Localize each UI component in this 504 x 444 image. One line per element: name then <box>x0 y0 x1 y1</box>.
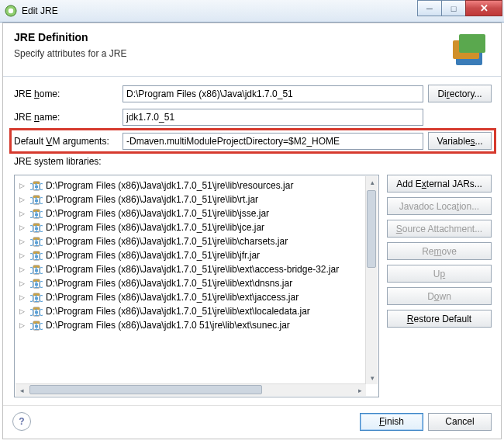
help-icon[interactable]: ? <box>12 412 31 431</box>
jar-icon: 010 <box>30 277 43 290</box>
vertical-scrollbar[interactable]: ▴ ▾ <box>365 176 378 384</box>
expand-icon[interactable]: ▷ <box>19 182 27 189</box>
up-button[interactable]: Up <box>387 265 492 283</box>
library-item[interactable]: ▷010D:\Program Files (x86)\Java\jdk1.7.0… <box>15 318 378 332</box>
remove-button[interactable]: Remove <box>387 242 492 260</box>
dialog-header: JRE Definition Specify attributes for a … <box>3 23 501 77</box>
page-subtitle: Specify attributes for a JRE <box>14 48 126 59</box>
expand-icon[interactable]: ▷ <box>19 321 27 329</box>
library-item[interactable]: ▷010D:\Program Files (x86)\Java\jdk1.7.0… <box>15 248 378 262</box>
maximize-button[interactable]: □ <box>441 0 466 16</box>
close-button[interactable]: ✕ <box>465 0 502 16</box>
minimize-button[interactable]: ─ <box>417 0 442 16</box>
library-item[interactable]: ▷010D:\Program Files (x86)\Java\jdk1.7.0… <box>15 234 378 248</box>
library-item[interactable]: ▷010D:\Program Files (x86)\Java\jdk1.7.0… <box>15 262 378 276</box>
jar-icon: 010 <box>30 319 43 331</box>
down-button[interactable]: Down <box>387 287 492 305</box>
svg-text:010: 010 <box>30 238 43 248</box>
svg-point-1 <box>9 9 13 13</box>
library-item[interactable]: ▷010D:\Program Files (x86)\Java\jdk1.7.0… <box>15 179 378 193</box>
library-path: D:\Program Files (x86)\Java\jdk1.7.0_51\… <box>46 236 288 247</box>
library-path: D:\Program Files (x86)\Java\jdk1.7.0 51\… <box>46 320 290 331</box>
jre-home-row: JRE home: Directory... <box>14 85 492 102</box>
titlebar[interactable]: Edit JRE ─ □ ✕ <box>0 0 504 23</box>
library-path: D:\Program Files (x86)\Java\jdk1.7.0_51\… <box>46 194 258 205</box>
jar-icon: 010 <box>30 235 43 248</box>
jre-name-label: JRE name: <box>14 112 123 123</box>
expand-icon[interactable]: ▷ <box>19 210 27 217</box>
svg-text:010: 010 <box>30 224 43 234</box>
library-item[interactable]: ▷010D:\Program Files (x86)\Java\jdk1.7.0… <box>15 304 378 318</box>
library-path: D:\Program Files (x86)\Java\jdk1.7.0_51\… <box>46 250 260 261</box>
svg-text:010: 010 <box>30 307 43 317</box>
jar-icon: 010 <box>30 207 43 220</box>
jar-icon: 010 <box>30 263 43 276</box>
cancel-button[interactable]: Cancel <box>428 413 492 431</box>
expand-icon[interactable]: ▷ <box>19 293 27 301</box>
restore-default-button[interactable]: Restore Default <box>387 310 492 328</box>
jre-home-label: JRE home: <box>14 88 123 99</box>
svg-text:010: 010 <box>30 196 43 206</box>
finish-button[interactable]: Finish <box>360 413 423 431</box>
expand-icon[interactable]: ▷ <box>19 238 27 245</box>
javadoc-location-button[interactable]: Javadoc Location... <box>387 197 492 215</box>
horizontal-scroll-thumb[interactable] <box>29 385 262 394</box>
expand-icon[interactable]: ▷ <box>19 279 27 287</box>
expand-icon[interactable]: ▷ <box>19 196 27 203</box>
svg-text:010: 010 <box>30 182 43 192</box>
jar-icon: 010 <box>30 179 43 192</box>
svg-text:010: 010 <box>30 210 43 220</box>
svg-text:010: 010 <box>30 321 43 331</box>
library-item[interactable]: ▷010D:\Program Files (x86)\Java\jdk1.7.0… <box>15 290 378 304</box>
add-external-jars-button[interactable]: Add External JARs... <box>387 175 492 193</box>
library-item[interactable]: ▷010D:\Program Files (x86)\Java\jdk1.7.0… <box>15 193 378 206</box>
svg-text:010: 010 <box>30 279 43 290</box>
jar-icon: 010 <box>30 249 43 262</box>
expand-icon[interactable]: ▷ <box>19 307 27 315</box>
library-path: D:\Program Files (x86)\Java\jdk1.7.0_51\… <box>46 292 299 303</box>
expand-icon[interactable]: ▷ <box>19 265 27 273</box>
library-icon <box>448 31 492 65</box>
window-title: Edit JRE <box>22 5 58 16</box>
horizontal-scrollbar[interactable]: ◂ ▸ <box>16 383 366 396</box>
source-attachment-button[interactable]: Source Attachment... <box>387 220 492 238</box>
library-item[interactable]: ▷010D:\Program Files (x86)\Java\jdk1.7.0… <box>15 206 378 220</box>
directory-button[interactable]: Directory... <box>428 85 492 102</box>
jre-home-input[interactable] <box>123 85 423 102</box>
jar-icon: 010 <box>30 305 43 317</box>
library-path: D:\Program Files (x86)\Java\jdk1.7.0_51\… <box>46 222 264 233</box>
jar-icon: 010 <box>30 291 43 304</box>
svg-text:010: 010 <box>30 251 43 262</box>
system-libraries-list[interactable]: ▷010D:\Program Files (x86)\Java\jdk1.7.0… <box>14 175 379 397</box>
library-path: D:\Program Files (x86)\Java\jdk1.7.0_51\… <box>46 208 269 219</box>
variables-button[interactable]: Variables... <box>428 132 492 150</box>
library-path: D:\Program Files (x86)\Java\jdk1.7.0_51\… <box>46 264 339 275</box>
svg-text:010: 010 <box>30 293 43 304</box>
expand-icon[interactable]: ▷ <box>19 251 27 259</box>
svg-text:010: 010 <box>30 265 43 276</box>
library-path: D:\Program Files (x86)\Java\jdk1.7.0_51\… <box>46 180 293 191</box>
library-item[interactable]: ▷010D:\Program Files (x86)\Java\jdk1.7.0… <box>15 220 378 234</box>
jre-name-input[interactable] <box>123 109 423 126</box>
page-title: JRE Definition <box>14 31 126 43</box>
vm-args-row: Default VM arguments: Variables... <box>14 132 492 150</box>
jar-icon: 010 <box>30 193 43 206</box>
library-path: D:\Program Files (x86)\Java\jdk1.7.0_51\… <box>46 306 310 317</box>
system-libraries-label: JRE system libraries: <box>14 156 492 167</box>
vertical-scroll-thumb[interactable] <box>367 190 376 268</box>
vm-args-input[interactable] <box>123 133 423 150</box>
jre-name-row: JRE name: <box>14 109 492 126</box>
jar-icon: 010 <box>30 221 43 234</box>
library-item[interactable]: ▷010D:\Program Files (x86)\Java\jdk1.7.0… <box>15 276 378 290</box>
library-path: D:\Program Files (x86)\Java\jdk1.7.0_51\… <box>46 278 292 289</box>
expand-icon[interactable]: ▷ <box>19 224 27 231</box>
vm-args-label: Default VM arguments: <box>14 136 123 147</box>
app-icon <box>5 5 17 17</box>
